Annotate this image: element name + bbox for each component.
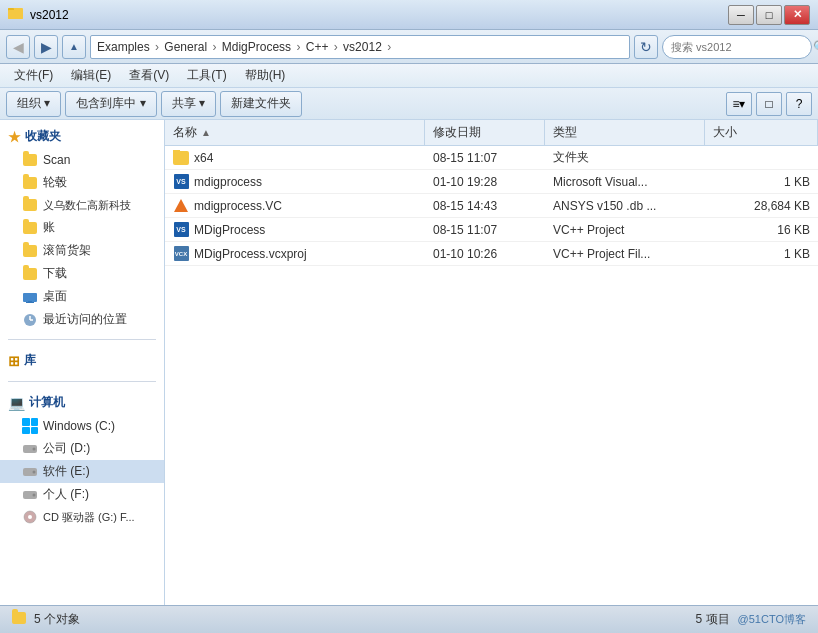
minimize-button[interactable]: ─ [728, 5, 754, 25]
view-list-button[interactable]: ≡▾ [726, 92, 752, 116]
sidebar-item-label-yiwu: 义乌数仁高新科技 [43, 198, 131, 213]
windows-drive-icon [22, 418, 38, 434]
share-button[interactable]: 共享 ▾ [161, 91, 216, 117]
svg-point-12 [33, 470, 36, 473]
folder-icon-recent [22, 312, 38, 328]
preview-pane-button[interactable]: □ [756, 92, 782, 116]
file-size-mdigprocess-vc: 28,684 KB [705, 199, 818, 213]
sidebar-item-scan[interactable]: Scan [0, 149, 164, 171]
file-name-mdigprocess-proj: VS MDigProcess [165, 222, 425, 238]
toolbar: 组织 ▾ 包含到库中 ▾ 共享 ▾ 新建文件夹 ≡▾ □ ? [0, 88, 818, 120]
file-size-mdigprocess: 1 KB [705, 175, 818, 189]
file-row-mdigprocess[interactable]: VS mdigprocess 01-10 19:28 Microsoft Vis… [165, 170, 818, 194]
file-size-mdigprocess-proj: 16 KB [705, 223, 818, 237]
sidebar-item-download[interactable]: 下载 [0, 262, 164, 285]
sidebar-item-label-desktop: 桌面 [43, 288, 67, 305]
favorites-icon: ★ [8, 129, 21, 145]
refresh-button[interactable]: ↻ [634, 35, 658, 59]
search-icon[interactable]: 🔍 [813, 40, 818, 54]
menu-bar: 文件(F) 编辑(E) 查看(V) 工具(T) 帮助(H) [0, 64, 818, 88]
ansys-icon-mdigprocess [173, 198, 189, 214]
svg-rect-3 [23, 293, 37, 302]
file-list-body: x64 08-15 11:07 文件夹 VS mdigprocess 01-10… [165, 146, 818, 605]
sidebar-item-account[interactable]: 账 [0, 216, 164, 239]
status-count: 5 个对象 [34, 611, 80, 628]
file-date-x64: 08-15 11:07 [425, 151, 545, 165]
file-type-vcxproj: VC++ Project Fil... [545, 247, 705, 261]
back-button[interactable]: ◀ [6, 35, 30, 59]
up-button[interactable]: ▲ [62, 35, 86, 59]
file-date-vcxproj: 01-10 10:26 [425, 247, 545, 261]
breadcrumb[interactable]: Examples › General › MdigProcess › C++ ›… [90, 35, 630, 59]
folder-title-icon [8, 5, 24, 24]
sidebar-item-drive-g[interactable]: CD 驱动器 (G:) F... [0, 506, 164, 528]
file-name-x64: x64 [165, 150, 425, 166]
menu-edit[interactable]: 编辑(E) [63, 65, 119, 86]
sidebar-item-drive-f[interactable]: 个人 (F:) [0, 483, 164, 506]
drive-f-icon [22, 487, 38, 503]
col-header-date[interactable]: 修改日期 [425, 120, 545, 145]
menu-file[interactable]: 文件(F) [6, 65, 61, 86]
computer-icon: 💻 [8, 395, 25, 411]
sidebar-item-recent[interactable]: 最近访问的位置 [0, 308, 164, 331]
sidebar-item-yiwu[interactable]: 义乌数仁高新科技 [0, 194, 164, 216]
sidebar-item-desktop[interactable]: 桌面 [0, 285, 164, 308]
vs-icon-mdigprocess: VS [173, 174, 189, 190]
favorites-section: ★ 收藏夹 Scan 轮毂 义乌数仁高新科技 账 滚筒货架 [0, 120, 164, 335]
svg-rect-2 [8, 10, 23, 19]
folder-icon-hub [22, 175, 38, 191]
menu-view[interactable]: 查看(V) [121, 65, 177, 86]
file-row-mdigprocess-vc[interactable]: mdigprocess.VC 08-15 14:43 ANSYS v150 .d… [165, 194, 818, 218]
status-left: 5 个对象 [12, 611, 80, 628]
sidebar-item-shelf[interactable]: 滚筒货架 [0, 239, 164, 262]
sidebar-item-hub[interactable]: 轮毂 [0, 171, 164, 194]
file-type-mdigprocess: Microsoft Visual... [545, 175, 705, 189]
computer-header[interactable]: 💻 计算机 [0, 390, 164, 415]
sidebar-divider-2 [8, 381, 156, 382]
search-input[interactable] [671, 41, 809, 53]
vs-icon-proj: VS [173, 222, 189, 238]
file-date-mdigprocess-vc: 08-15 14:43 [425, 199, 545, 213]
computer-section: 💻 计算机 Windows (C:) 公司 (D:) 软件 (E:) [0, 386, 164, 532]
organize-button[interactable]: 组织 ▾ [6, 91, 61, 117]
file-row-mdigprocess-proj[interactable]: VS MDigProcess 08-15 11:07 VC++ Project … [165, 218, 818, 242]
sidebar-item-drive-d[interactable]: 公司 (D:) [0, 437, 164, 460]
folder-icon-download [22, 266, 38, 282]
sidebar-item-label-c: Windows (C:) [43, 419, 115, 433]
svg-point-14 [33, 493, 36, 496]
folder-icon-account [22, 220, 38, 236]
sidebar-item-drive-e[interactable]: 软件 (E:) [0, 460, 164, 483]
file-row-x64[interactable]: x64 08-15 11:07 文件夹 [165, 146, 818, 170]
close-button[interactable]: ✕ [784, 5, 810, 25]
folder-icon-desktop [22, 289, 38, 305]
file-type-x64: 文件夹 [545, 149, 705, 166]
sidebar-item-label-recent: 最近访问的位置 [43, 311, 127, 328]
menu-help[interactable]: 帮助(H) [237, 65, 294, 86]
file-list-header: 名称 ▲ 修改日期 类型 大小 [165, 120, 818, 146]
library-icon: ⊞ [8, 353, 20, 369]
address-bar: ◀ ▶ ▲ Examples › General › MdigProcess ›… [0, 30, 818, 64]
col-header-name[interactable]: 名称 ▲ [165, 120, 425, 145]
file-name-vcxproj: VCX MDigProcess.vcxproj [165, 246, 425, 262]
sidebar-item-label-shelf: 滚筒货架 [43, 242, 91, 259]
help-button[interactable]: ? [786, 92, 812, 116]
col-header-type[interactable]: 类型 [545, 120, 705, 145]
breadcrumb-text: Examples › General › MdigProcess › C++ ›… [97, 40, 393, 54]
window-controls: ─ □ ✕ [728, 5, 810, 25]
forward-button[interactable]: ▶ [34, 35, 58, 59]
library-header[interactable]: ⊞ 库 [0, 348, 164, 373]
status-folder-icon [12, 612, 26, 627]
new-folder-button[interactable]: 新建文件夹 [220, 91, 302, 117]
sidebar-divider-1 [8, 339, 156, 340]
col-header-size[interactable]: 大小 [705, 120, 818, 145]
maximize-button[interactable]: □ [756, 5, 782, 25]
favorites-label: 收藏夹 [25, 128, 61, 145]
toolbar-right: ≡▾ □ ? [726, 92, 812, 116]
sidebar-item-drive-c[interactable]: Windows (C:) [0, 415, 164, 437]
favorites-header[interactable]: ★ 收藏夹 [0, 124, 164, 149]
sidebar-item-label-download: 下载 [43, 265, 67, 282]
include-library-button[interactable]: 包含到库中 ▾ [65, 91, 156, 117]
svg-rect-5 [26, 302, 34, 303]
file-row-vcxproj[interactable]: VCX MDigProcess.vcxproj 01-10 10:26 VC++… [165, 242, 818, 266]
menu-tools[interactable]: 工具(T) [179, 65, 234, 86]
